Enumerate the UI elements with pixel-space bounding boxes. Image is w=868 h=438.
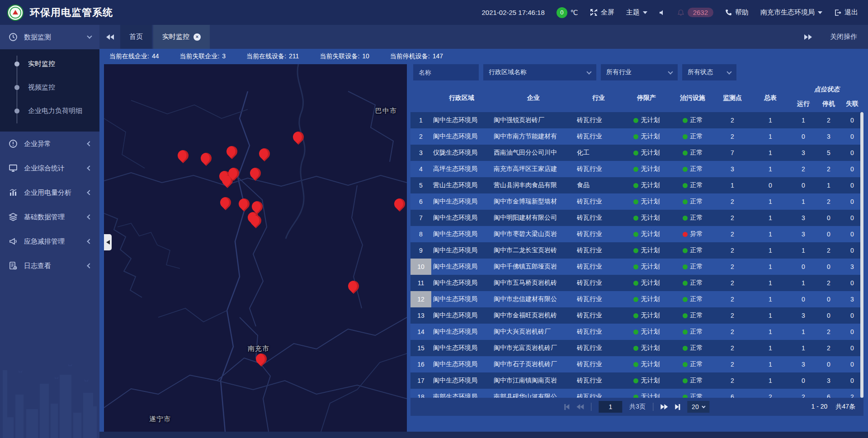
chevron-left-icon [87,190,92,195]
table-row[interactable]: 3 仪陇生态环境局 西南油气田分公司川中 化工 无计划 正常 7 1 3 5 0 [410,145,863,161]
last-page-button[interactable] [675,404,680,410]
table-row[interactable]: 4 高坪生态环境局 南充市高坪区王家店建 砖瓦行业 无计划 正常 3 1 2 2… [410,161,863,177]
cell-region: 阆中生态环境局 [431,112,492,128]
page-input[interactable]: 1 [599,401,622,413]
region-filter-select[interactable]: 行政区域名称 [483,64,596,80]
mute-button[interactable] [659,9,665,16]
page-size-select[interactable]: 20 [687,401,710,413]
industry-filter-select[interactable]: 所有行业 [601,64,678,80]
cell-facility: 正常 [671,128,714,145]
cell-stop: 0 [816,307,841,324]
map-collapse-button[interactable] [104,234,112,250]
table-header: 行政区域 企业 行业 停限产 治污设施 监测点 总表 点位状态 运行 停机 失联 [410,84,863,112]
datetime: 2021-02-25 17:46:18 [481,9,544,16]
name-filter-input[interactable] [413,64,479,80]
cell-points: 2 [714,210,750,226]
stat-item: 当前在线设备: 211 [246,52,299,61]
sidebar-item-5[interactable]: 应急减排管理 [0,229,99,254]
cell-facility: 正常 [671,193,714,210]
table-row[interactable]: 18 南部生态环境局 南部县砚华山河有限公 砖瓦行业 无计划 正常 6 2 2 … [410,389,863,398]
cell-region: 阆中生态环境局 [431,307,492,324]
table-row[interactable]: 6 阆中生态环境局 阆中市金博瑞新型墙材 砖瓦行业 无计划 正常 2 1 1 2… [410,193,863,210]
table-row[interactable]: 2 阆中生态环境局 阆中市南方节能建材有 砖瓦行业 无计划 正常 2 1 0 3… [410,128,863,145]
cell-industry: 砖瓦行业 [575,226,622,242]
table-row[interactable]: 12 阆中生态环境局 阆中市忠信建材有限公 砖瓦行业 无计划 正常 2 1 0 … [410,291,863,307]
cell-limit: 无计划 [622,242,671,259]
logout-label: 退出 [844,8,858,17]
status-dot-green [683,183,688,188]
total-pages-label: 共3页 [629,403,646,411]
tabs-scroll-right-button[interactable] [797,34,818,40]
sidebar-item-0[interactable]: 数据监测 [0,25,99,49]
sidebar-item-label: 应急减排管理 [24,237,88,246]
table-row[interactable]: 16 阆中生态环境局 阆中市石子页岩机砖厂 砖瓦行业 无计划 正常 2 1 3 … [410,356,863,372]
cell-points: 7 [714,145,750,161]
table-row[interactable]: 7 阆中生态环境局 阆中明阳建材有限公司 砖瓦行业 无计划 正常 2 1 3 0… [410,210,863,226]
status-filter-select[interactable]: 所有状态 [682,64,736,80]
notifications[interactable]: 2632 [677,8,713,17]
row-index: 16 [410,356,431,372]
sidebar-item-6[interactable]: 日志查看 [0,254,99,278]
sidebar-subitem-2[interactable]: 企业电力负荷明细 [0,99,99,122]
sidebar-item-4[interactable]: 基础数据管理 [0,205,99,229]
help-button[interactable]: 帮助 [725,8,749,17]
prev-page-button[interactable] [576,404,584,410]
table-row[interactable]: 9 阆中生态环境局 阆中市二龙长宝页岩砖 砖瓦行业 无计划 正常 2 1 1 2… [410,242,863,259]
stats-bar: 当前在线企业: 44 当前失联企业: 3 当前在线设备: 211 当前失联设备:… [104,49,863,64]
cell-company: 阆中大兴页岩机砖厂 [492,324,575,340]
cell-run: 3 [790,307,816,324]
cell-facility: 正常 [671,177,714,193]
table-row[interactable]: 14 阆中生态环境局 阆中大兴页岩机砖厂 砖瓦行业 无计划 正常 2 1 1 2… [410,324,863,340]
table-row[interactable]: 11 阆中生态环境局 阆中市五马桥页岩机砖 砖瓦行业 无计划 正常 2 1 1 … [410,275,863,291]
fullscreen-button[interactable]: 全屏 [590,8,614,17]
cell-meter: 1 [750,356,790,372]
table-row[interactable]: 13 阆中生态环境局 阆中市金福旺页岩机砖 砖瓦行业 无计划 正常 2 1 3 … [410,307,863,324]
page-size-value: 20 [692,403,699,410]
stat-item: 当前在线企业: 44 [109,52,159,61]
cell-points: 2 [714,275,750,291]
cell-stop: 3 [816,372,841,389]
table-row[interactable]: 1 阆中生态环境局 阆中强锐页岩砖厂 砖瓦行业 无计划 正常 2 1 1 2 0 [410,112,863,128]
tab-realtime-monitor[interactable]: 实时监控 × [153,25,210,49]
table-scrollbar[interactable] [860,112,863,398]
tab-home[interactable]: 首页 [120,25,152,49]
chevron-left-icon [87,239,92,244]
layers-icon [8,212,18,222]
table-body: 1 阆中生态环境局 阆中强锐页岩砖厂 砖瓦行业 无计划 正常 2 1 1 2 0… [410,112,863,398]
org-dropdown[interactable]: 南充市生态环境局 [760,8,822,17]
cell-company: 阆中市江南镇阆南页岩 [492,372,575,389]
status-dot-green [683,313,688,318]
sidebar-item-1[interactable]: 企业异常 [0,132,99,156]
theme-dropdown[interactable]: 主题 [626,8,647,17]
close-operations-button[interactable]: 关闭操作 [830,33,857,41]
cell-stop: 2 [816,193,841,210]
logout-button[interactable]: 退出 [834,8,858,17]
cell-company: 阆中市石子页岩机砖厂 [492,356,575,372]
cell-points: 2 [714,340,750,356]
table-row[interactable]: 15 阆中生态环境局 阆中市光富页岩机砖厂 砖瓦行业 无计划 正常 2 1 1 … [410,340,863,356]
stat-value: 44 [152,52,159,61]
chevron-down-icon [726,69,731,74]
tabs-scroll-left-button[interactable] [99,25,120,49]
cell-company: 阆中市五马桥页岩机砖 [492,275,575,291]
cell-region: 阆中生态环境局 [431,210,492,226]
table-row[interactable]: 10 阆中生态环境局 阆中千佛镇五郎垭页岩 砖瓦行业 无计划 正常 2 1 0 … [410,259,863,275]
sidebar-subitem-1[interactable]: 视频监控 [0,75,99,99]
cell-company: 阆中市枣碧大梁山页岩 [492,226,575,242]
cell-points: 2 [714,242,750,259]
status-dot-green [633,313,638,318]
cell-company: 营山县润丰肉食品有限 [492,177,575,193]
table-row[interactable]: 17 阆中生态环境局 阆中市江南镇阆南页岩 砖瓦行业 无计划 正常 2 1 0 … [410,372,863,389]
col-limit: 停限产 [622,94,671,102]
next-page-button[interactable] [660,404,668,410]
table-row[interactable]: 8 阆中生态环境局 阆中市枣碧大梁山页岩 砖瓦行业 无计划 异常 2 1 3 0… [410,226,863,242]
cell-region: 高坪生态环境局 [431,161,492,177]
status-dot-green [633,362,638,367]
sidebar-subitem-0[interactable]: 实时监控 [0,52,99,75]
sidebar-item-3[interactable]: 企业用电量分析 [0,180,99,205]
sidebar-item-2[interactable]: 企业综合统计 [0,156,99,180]
table-row[interactable]: 5 营山生态环境局 营山县润丰肉食品有限 食品 无计划 正常 1 0 0 1 0 [410,177,863,193]
org-label: 南充市生态环境局 [760,8,815,17]
tab-close-icon[interactable]: × [193,33,201,41]
first-page-button[interactable] [564,404,569,410]
